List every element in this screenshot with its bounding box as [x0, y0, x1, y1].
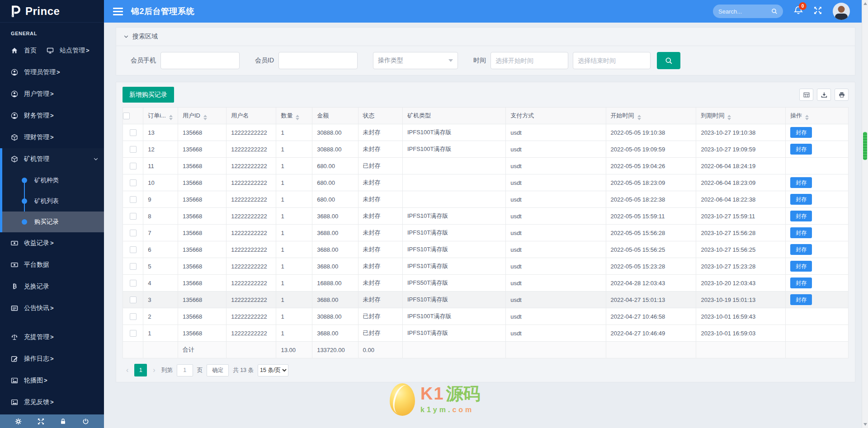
sort-icon[interactable]	[203, 115, 207, 120]
print-button[interactable]	[835, 89, 849, 101]
sort-icon[interactable]	[805, 115, 809, 120]
cell-end: 2022-06-04 18:23:09	[696, 174, 786, 191]
row-checkbox[interactable]	[130, 330, 137, 337]
goto-page-input[interactable]	[177, 364, 193, 376]
sidebar-item-wealth-management[interactable]: 理财管理	[0, 127, 104, 148]
sidebar-item-site-management[interactable]: 站点管理	[42, 40, 95, 61]
seal-button[interactable]: 封存	[790, 244, 812, 255]
image-icon	[11, 399, 18, 406]
sidebar-item-user-management[interactable]: 用户管理	[0, 83, 104, 105]
sidebar-item-deposit-withdraw[interactable]: 充提管理	[0, 326, 104, 348]
search-button[interactable]	[657, 52, 680, 69]
expand-icon[interactable]	[38, 418, 44, 425]
row-checkbox[interactable]	[130, 296, 137, 303]
seal-button[interactable]: 封存	[790, 261, 812, 272]
row-checkbox[interactable]	[130, 146, 137, 153]
row-checkbox[interactable]	[130, 263, 137, 270]
col-header-order[interactable]: 订单i...	[143, 108, 178, 124]
row-checkbox[interactable]	[130, 129, 137, 136]
cell-end: 2023-10-27 19:09:59	[696, 141, 786, 158]
gear-icon[interactable]	[15, 418, 22, 425]
notifications-button[interactable]: 0	[794, 6, 803, 17]
cell-action: 封存	[786, 124, 849, 141]
col-header-qty[interactable]: 数量	[276, 108, 312, 124]
seal-button[interactable]: 封存	[790, 144, 812, 155]
menu-icon[interactable]	[113, 8, 123, 15]
seal-button[interactable]: 封存	[790, 227, 812, 238]
user-icon	[11, 69, 18, 76]
sort-icon[interactable]	[637, 115, 641, 120]
seal-button[interactable]: 封存	[790, 294, 812, 305]
next-page-button[interactable]: ›	[151, 366, 157, 374]
add-purchase-button[interactable]: 新增购买记录	[123, 87, 174, 103]
member-id-input[interactable]	[278, 52, 358, 69]
end-time-input[interactable]	[573, 52, 651, 69]
power-icon[interactable]	[82, 418, 89, 425]
app-logo[interactable]: Prince	[0, 0, 104, 23]
prince-logo-icon	[10, 5, 21, 18]
row-checkbox[interactable]	[130, 280, 137, 287]
seal-button[interactable]: 封存	[790, 127, 812, 138]
col-header-uid[interactable]: 用户ID	[178, 108, 226, 124]
sort-icon[interactable]	[296, 115, 299, 120]
col-header-start[interactable]: 开始时间	[606, 108, 696, 124]
sidebar-item-finance-management[interactable]: 财务管理	[0, 105, 104, 127]
sidebar-item-feedback[interactable]: 意见反馈	[0, 391, 104, 413]
seal-button[interactable]: 封存	[790, 177, 812, 188]
row-checkbox[interactable]	[130, 230, 137, 236]
sidebar-item-home[interactable]: 首页	[0, 40, 42, 61]
row-checkbox[interactable]	[130, 313, 137, 320]
scrollbar-thumb[interactable]	[863, 132, 867, 160]
scroll-down-arrow[interactable]	[863, 423, 867, 426]
sidebar-item-platform-data[interactable]: 平台数据	[0, 254, 104, 276]
seal-button[interactable]: 封存	[790, 194, 812, 205]
confirm-page-button[interactable]: 确定	[207, 364, 229, 376]
row-checkbox[interactable]	[130, 179, 137, 186]
row-checkbox[interactable]	[130, 246, 137, 253]
current-page-button[interactable]: 1	[134, 364, 147, 376]
lock-icon[interactable]	[60, 418, 66, 425]
fullscreen-icon	[814, 6, 822, 14]
search-input[interactable]	[718, 8, 769, 15]
cell-end: 2022-06-04 18:22:38	[696, 191, 786, 208]
scroll-up-arrow[interactable]	[863, 2, 867, 5]
export-button[interactable]	[817, 89, 831, 101]
search-panel-header[interactable]: 搜索区域	[116, 28, 855, 46]
cell-miner: IPFS10T满存版	[402, 325, 505, 342]
col-header-end[interactable]: 到期时间	[696, 108, 786, 124]
operation-type-select[interactable]: 操作类型	[373, 52, 458, 69]
seal-button[interactable]: 封存	[790, 211, 812, 221]
row-checkbox[interactable]	[130, 163, 137, 169]
select-all-checkbox[interactable]	[123, 113, 130, 119]
columns-button[interactable]	[799, 89, 813, 101]
sidebar-item-banner[interactable]: 轮播图	[0, 370, 104, 391]
sidebar-item-exchange-records[interactable]: 兑换记录	[0, 276, 104, 297]
per-page-select[interactable]: 15 条/页	[258, 364, 288, 376]
cell-miner: IPFS50T满存版	[402, 275, 505, 292]
sidebar-item-operation-logs[interactable]: 操作日志	[0, 348, 104, 370]
member-phone-input[interactable]	[160, 52, 240, 69]
sidebar-item-miner-list[interactable]: 矿机列表	[2, 191, 104, 212]
row-checkbox[interactable]	[130, 213, 137, 220]
topbar-search[interactable]	[713, 5, 783, 18]
cell-check	[123, 275, 143, 292]
user-avatar[interactable]	[833, 3, 850, 20]
row-checkbox[interactable]	[130, 196, 137, 203]
sidebar-item-miner-type[interactable]: 矿机种类	[2, 170, 104, 191]
sidebar-item-notice-news[interactable]: 公告快讯	[0, 297, 104, 319]
col-header-action[interactable]: 操作	[786, 108, 849, 124]
summary-cell	[696, 342, 786, 358]
sidebar-item-purchase-records[interactable]: 购买记录	[2, 212, 104, 232]
watermark-domain: k1ym.com	[420, 406, 481, 414]
start-time-input[interactable]	[491, 52, 568, 69]
sidebar-item-income-records[interactable]: 收益记录	[0, 232, 104, 254]
prev-page-button[interactable]: ‹	[124, 366, 130, 374]
sidebar-item-miner-management[interactable]: 矿机管理	[2, 148, 104, 170]
col-label: 开始时间	[611, 112, 634, 119]
fullscreen-button[interactable]	[814, 6, 822, 16]
sort-icon[interactable]	[727, 115, 731, 120]
sidebar-item-admin-management[interactable]: 管理员管理	[0, 61, 104, 83]
sort-icon[interactable]	[169, 115, 173, 120]
search-icon[interactable]	[771, 8, 778, 14]
seal-button[interactable]: 封存	[790, 277, 812, 288]
